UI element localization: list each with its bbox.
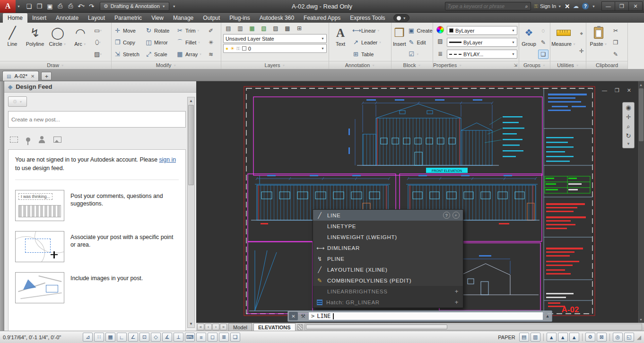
tab-home[interactable]: Home [3, 13, 27, 23]
explode-button[interactable]: ✳ [206, 38, 216, 47]
snap-mode-toggle[interactable]: ∷ [94, 333, 104, 342]
lineweight-display-toggle[interactable]: ≡ [196, 333, 206, 342]
ungroup-button[interactable]: ◌ [538, 26, 548, 35]
tab-plugins[interactable]: Plug-ins [225, 13, 254, 23]
paste-button[interactable]: Paste▼ [588, 24, 609, 61]
help-icon[interactable]: ? [582, 3, 589, 9]
save-as-button[interactable]: ⎙ [55, 1, 65, 11]
popup-item-linetype[interactable]: LINETYPE [313, 221, 463, 232]
app-menu-arrow-icon[interactable]: ▼ [16, 5, 22, 8]
scroll-down-icon[interactable]: ▼ [189, 320, 193, 327]
selection-cycling-toggle[interactable]: ❏ [230, 333, 240, 342]
tab-view[interactable]: View [147, 13, 168, 23]
scroll-up-icon[interactable]: ▲ [638, 81, 644, 88]
ellipse-flyout-button[interactable]: ⬯▾ [92, 37, 104, 48]
tab-express-tools[interactable]: Express Tools [345, 13, 390, 23]
marquee-select-icon[interactable] [10, 137, 18, 143]
plot-button[interactable]: ⎙ [66, 1, 76, 11]
dynamic-ucs-toggle[interactable]: ⟂ [174, 333, 183, 342]
ribbon-options-button[interactable]: ▼ [393, 14, 409, 22]
tab-splitter[interactable] [297, 324, 303, 330]
transparency-toggle[interactable]: ◻ [208, 333, 218, 342]
quick-select-button[interactable]: ✛ [576, 46, 587, 56]
popup-item-lineweight[interactable]: LINEWEIGHT (LWEIGHT) [313, 232, 463, 242]
quick-properties-toggle[interactable]: ≣ [219, 333, 229, 342]
workspace-switching-button[interactable]: ⚙ [585, 333, 595, 342]
exchange-apps-icon[interactable]: ✕ [565, 3, 570, 10]
palette-scrollbar[interactable]: ▲ ▼ [187, 97, 195, 328]
save-button[interactable]: ▣ [45, 1, 55, 11]
color-wheel-icon[interactable] [436, 26, 444, 34]
tab-featured-apps[interactable]: Featured Apps [299, 13, 345, 23]
hatch-button[interactable]: ▨▾ [92, 49, 104, 60]
new-post-input[interactable] [9, 111, 185, 127]
pin-icon[interactable] [26, 137, 30, 142]
group-button[interactable]: ❖ Group [521, 24, 537, 61]
group-edit-button[interactable]: ✎ [538, 38, 548, 47]
popup-item-combinepolylines[interactable]: ✎ COMBINEPOLYLINES (PEDIT) [313, 275, 463, 286]
quick-view-drawings-button[interactable]: ▥ [531, 333, 540, 342]
scale-button[interactable]: ⤢Scale [144, 49, 175, 59]
first-layout-button[interactable]: « [197, 324, 204, 330]
prev-layout-button[interactable]: ‹ [205, 324, 212, 330]
polar-tracking-toggle[interactable]: ∠ [128, 333, 138, 342]
linear-dimension-button[interactable]: ⟷Linear▾ [351, 26, 390, 35]
rotate-button[interactable]: ↻Rotate [144, 26, 175, 35]
line-button[interactable]: ╱ Line [1, 24, 23, 61]
scroll-down-icon[interactable]: ▼ [638, 316, 644, 323]
panel-label-layers[interactable]: Layers▼ [221, 61, 329, 69]
attach-image-icon[interactable] [53, 137, 61, 143]
pan-icon[interactable]: ✛ [626, 114, 631, 120]
stretch-button[interactable]: ⇲Stretch [113, 49, 144, 59]
linetype-dropdown[interactable]: BYLAY... ▼ [447, 50, 517, 59]
minimize-button[interactable]: — [601, 1, 615, 11]
lineweight-dropdown[interactable]: ByLayer ▼ [447, 38, 517, 47]
close-file-tab-icon[interactable]: ✕ [31, 74, 35, 79]
quick-view-layouts-button[interactable]: ▤ [519, 333, 529, 342]
properties-list-button[interactable]: ≣ [435, 49, 445, 59]
restore-button[interactable]: ❐ [615, 1, 629, 11]
object-snap-tracking-toggle[interactable]: ∡ [162, 333, 172, 342]
tab-output[interactable]: Output [198, 13, 225, 23]
annotation-autoscale-button[interactable]: ▲ [558, 333, 568, 342]
id-point-button[interactable]: ⌖ [576, 29, 587, 38]
edit-block-button[interactable]: ✎Edit [407, 37, 434, 47]
navigation-wheel-icon[interactable]: ◉ [626, 104, 631, 111]
clean-screen-button[interactable]: ◱ [624, 333, 634, 342]
undo-button[interactable]: ↶▾ [76, 1, 86, 11]
horizontal-scrollbar[interactable] [305, 324, 642, 330]
search-input[interactable] [448, 3, 523, 9]
last-layout-button[interactable]: » [220, 324, 227, 330]
array-button[interactable]: ▦Array▾ [175, 49, 206, 59]
workspace-dropdown[interactable]: ⚙ Drafting & Annotation ▼ [100, 2, 169, 11]
sign-in-link[interactable]: sign in [159, 156, 176, 163]
expand-plus-icon[interactable]: + [455, 288, 460, 295]
copy-clip-button[interactable]: ❐ [610, 38, 621, 47]
group-selection-toggle[interactable]: ❏ [538, 50, 548, 59]
popup-item-linearbrightness[interactable]: LINEARBRIGHTNESS + [313, 286, 463, 297]
panel-label-draw[interactable]: Draw▼ [0, 61, 111, 69]
toolbar-lock-button[interactable]: ⊠ [597, 333, 607, 342]
command-input[interactable]: > LINE [308, 312, 543, 320]
help-icon[interactable]: ? [443, 212, 450, 219]
arc-button[interactable]: ◠ Arc▼ [70, 24, 91, 61]
drawing-minimize-button[interactable]: — [602, 87, 607, 94]
panel-label-groups[interactable]: Groups▼ [519, 61, 550, 69]
panel-label-annotation[interactable]: Annotation▼ [329, 61, 391, 69]
next-layout-button[interactable]: › [212, 324, 219, 330]
object-color-dropdown[interactable]: ByLayer ▼ [447, 26, 517, 35]
tab-model[interactable]: Model [228, 323, 252, 331]
scroll-up-icon[interactable]: ▲ [189, 97, 193, 104]
annotation-visibility-button[interactable]: ▲ [547, 333, 557, 342]
grid-display-toggle[interactable]: ▦ [105, 333, 115, 342]
new-drawing-tab-button[interactable]: ＋ [41, 72, 52, 80]
3d-object-snap-toggle[interactable]: ◇ [151, 333, 161, 342]
scroll-thumb[interactable] [188, 105, 194, 185]
horizontal-scroll-thumb[interactable] [306, 325, 447, 329]
layer-unisolate-button[interactable]: ▧ [259, 24, 269, 33]
popup-item-layoutline[interactable]: ╱ LAYOUTLINE (XLINE) [313, 264, 463, 275]
open-button[interactable]: ❐ [35, 1, 44, 11]
scroll-thumb[interactable] [639, 88, 644, 141]
orbit-icon[interactable]: ↻ [626, 133, 631, 139]
offset-button[interactable]: ≋ [206, 50, 216, 59]
